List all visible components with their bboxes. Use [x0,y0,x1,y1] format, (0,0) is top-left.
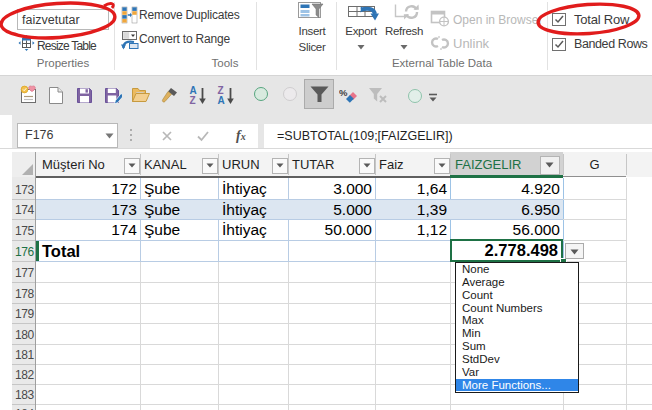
svg-text:A: A [218,95,225,105]
svg-text:%: % [339,87,348,98]
svg-text:Z: Z [190,95,196,105]
